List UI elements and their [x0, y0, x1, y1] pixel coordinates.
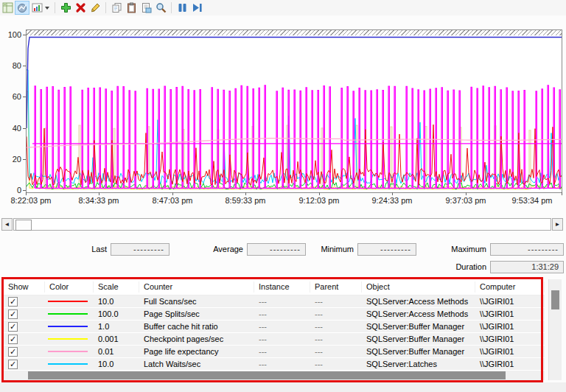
toolbar	[0, 0, 566, 16]
color-sample	[48, 338, 88, 340]
cross-icon	[75, 2, 86, 13]
legend-vertical-scrollbar[interactable]	[548, 279, 562, 380]
counter-cell: Page Splits/sec	[139, 309, 254, 318]
magnifier-icon	[156, 2, 167, 13]
column-header-scale[interactable]: Scale	[94, 281, 139, 293]
properties-button[interactable]	[139, 1, 153, 15]
y-axis-label: 0	[0, 186, 21, 195]
x-axis-tick	[26, 192, 27, 195]
chart-type-button[interactable]	[15, 1, 29, 15]
x-axis-label: 9:24:33 pm	[371, 196, 412, 205]
scale-cell: 0.01	[94, 347, 139, 356]
column-header-parent[interactable]: Parent	[310, 281, 362, 293]
counter-row[interactable]: ✓10.0Latch Waits/sec------SQLServer:Latc…	[4, 358, 545, 370]
column-header-computer[interactable]: Computer	[475, 281, 545, 293]
show-checkbox[interactable]: ✓	[8, 347, 18, 357]
x-axis-tick	[99, 192, 99, 195]
scroll-right-button[interactable]: ►	[552, 218, 563, 231]
chevron-down-icon[interactable]	[45, 7, 49, 10]
column-header-color[interactable]: Color	[45, 281, 94, 293]
console-view-button[interactable]	[0, 1, 15, 15]
scale-cell: 1.0	[94, 322, 139, 331]
zoom-button[interactable]	[153, 1, 168, 15]
x-axis-tick	[562, 192, 562, 195]
show-checkbox[interactable]: ✓	[8, 322, 18, 332]
scrollbar-thumb[interactable]	[28, 371, 506, 379]
object-cell: SQLServer:Buffer Manager	[362, 322, 475, 331]
scroll-left-button[interactable]: ◄	[1, 218, 13, 231]
scrollbar-thumb[interactable]	[551, 290, 559, 309]
average-label: Average	[181, 243, 243, 256]
computer-cell: \\JGIRI01	[475, 297, 545, 306]
show-checkbox[interactable]: ✓	[8, 360, 18, 369]
y-axis-tick	[23, 159, 26, 160]
computer-cell: \\JGIRI01	[475, 322, 545, 331]
counter-row[interactable]: ✓100.0Page Splits/sec------SQLServer:Acc…	[4, 308, 545, 320]
object-cell: SQLServer:Access Methods	[362, 297, 475, 306]
scrollbar-thumb[interactable]	[15, 220, 32, 231]
counter-row[interactable]: ✓0.01Page life expectancy------SQLServer…	[4, 346, 545, 357]
y-axis-label: 100	[0, 30, 21, 39]
paste-counter-list-button[interactable]	[124, 1, 139, 15]
y-axis-tick	[23, 190, 26, 191]
y-axis-label: 40	[0, 124, 21, 133]
scale-cell: 100.0	[94, 309, 139, 318]
copy-properties-button[interactable]	[109, 1, 124, 15]
chart-plot	[27, 30, 562, 192]
legend-horizontal-scrollbar[interactable]	[4, 371, 545, 380]
update-data-button[interactable]	[189, 1, 204, 15]
parent-cell: ---	[310, 297, 362, 306]
legend-body: ✓10.0Full Scans/sec------SQLServer:Acces…	[4, 295, 545, 370]
paste-icon	[126, 2, 137, 13]
plus-icon	[60, 2, 71, 13]
x-axis-tick	[466, 192, 467, 195]
scrollbar-track[interactable]	[13, 218, 551, 231]
computer-cell: \\JGIRI01	[475, 360, 545, 368]
toolbar-separator	[55, 2, 55, 13]
y-axis-label: 80	[0, 61, 21, 70]
parent-cell: ---	[310, 309, 362, 318]
highlight-button[interactable]	[88, 1, 102, 15]
counter-row[interactable]: ✓1.0Buffer cache hit ratio------SQLServe…	[4, 321, 545, 332]
duration-label: Duration	[424, 261, 486, 273]
y-axis-tick	[23, 97, 26, 97]
color-sample	[48, 326, 88, 327]
object-cell: SQLServer:Latches	[362, 360, 475, 368]
column-header-counter[interactable]: Counter	[139, 281, 254, 293]
grid-icon	[2, 2, 13, 13]
y-axis-label: 20	[0, 155, 21, 164]
show-checkbox[interactable]: ✓	[8, 335, 18, 344]
computer-cell: \\JGIRI01	[475, 335, 545, 343]
playbar-icon	[192, 2, 203, 13]
column-header-show[interactable]: Show	[4, 281, 45, 293]
x-axis-label: 9:37:03 pm	[445, 196, 486, 205]
performance-monitor-panel: ◄ ► Last --------- Average --------- Min…	[0, 15, 566, 382]
x-axis-label: 8:22:03 pm	[10, 196, 51, 205]
counter-row[interactable]: ✓0.001Checkpoint pages/sec------SQLServe…	[4, 333, 545, 345]
column-header-object[interactable]: Object	[362, 281, 475, 293]
column-header-instance[interactable]: Instance	[254, 281, 310, 293]
add-counter-button[interactable]	[58, 1, 73, 15]
instance-cell: ---	[254, 347, 310, 356]
computer-cell: \\JGIRI01	[475, 309, 545, 318]
show-checkbox[interactable]: ✓	[8, 297, 18, 307]
instance-cell: ---	[254, 297, 310, 306]
maximum-value: ---------	[490, 243, 564, 256]
chart-horizontal-scrollbar[interactable]: ◄ ►	[1, 218, 563, 231]
gallery-icon	[32, 2, 43, 13]
delete-counter-button[interactable]	[73, 1, 88, 15]
show-checkbox[interactable]: ✓	[8, 309, 18, 319]
counter-row[interactable]: ✓10.0Full Scans/sec------SQLServer:Acces…	[4, 295, 545, 307]
parent-cell: ---	[310, 335, 362, 343]
minimum-label: Minimum	[291, 243, 354, 256]
x-axis-label: 8:34:33 pm	[78, 196, 119, 205]
last-value: ---------	[111, 243, 170, 256]
freeze-display-button[interactable]	[175, 1, 189, 15]
y-axis-tick	[23, 128, 26, 129]
instance-cell: ---	[254, 335, 310, 343]
x-axis-tick	[245, 192, 246, 195]
counter-cell: Latch Waits/sec	[139, 360, 254, 368]
scale-cell: 10.0	[94, 297, 139, 306]
props-icon	[141, 2, 152, 13]
chart-gallery-button[interactable]	[29, 1, 44, 15]
